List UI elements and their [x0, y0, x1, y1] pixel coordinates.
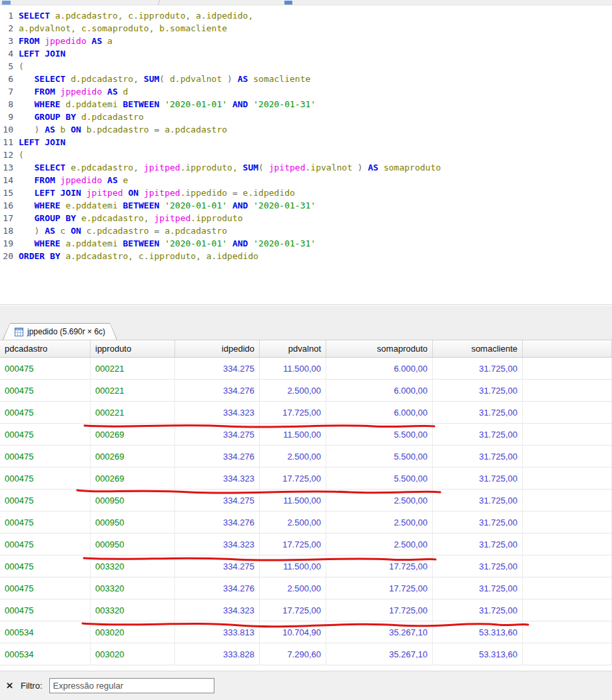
- code-line[interactable]: 3FROM jppedido AS a: [0, 35, 612, 47]
- table-cell[interactable]: 10.704,90: [260, 621, 326, 643]
- table-cell[interactable]: 2.500,00: [260, 446, 326, 467]
- table-row[interactable]: 000475003320334.32317.725,0017.725,0031.…: [0, 599, 612, 621]
- table-cell[interactable]: 17.725,00: [260, 402, 326, 423]
- table-cell[interactable]: 35.267,10: [326, 621, 433, 643]
- table-cell[interactable]: 334.276: [175, 512, 260, 533]
- table-cell[interactable]: 000950: [91, 490, 175, 511]
- table-cell[interactable]: 333.813: [175, 621, 260, 643]
- code-line[interactable]: 10 ) AS b ON b.pdcadastro = a.pdcadastro: [0, 123, 612, 136]
- table-row[interactable]: 000475000221334.2762.500,006.000,0031.72…: [0, 380, 612, 402]
- close-filter-icon[interactable]: ✕: [6, 681, 21, 691]
- table-row[interactable]: 000475000950334.27511.500,002.500,0031.7…: [0, 490, 612, 512]
- table-row[interactable]: 000475000269334.32317.725,005.500,0031.7…: [0, 468, 612, 490]
- table-cell[interactable]: 6.000,00: [326, 380, 433, 401]
- table-cell[interactable]: 31.725,00: [433, 468, 523, 489]
- column-header[interactable]: somaproduto: [326, 340, 433, 357]
- table-cell[interactable]: 000534: [0, 621, 91, 643]
- table-cell[interactable]: 000475: [0, 468, 91, 489]
- table-cell[interactable]: 11.500,00: [260, 358, 326, 379]
- table-cell[interactable]: 31.725,00: [433, 512, 523, 533]
- table-row[interactable]: 000475003320334.27511.500,0017.725,0031.…: [0, 555, 612, 577]
- table-cell[interactable]: 000269: [91, 424, 175, 445]
- column-header[interactable]: somacliente: [433, 340, 523, 357]
- code-line[interactable]: 19 WHERE a.pddatemi BETWEEN '2020-01-01'…: [0, 237, 612, 250]
- code-line[interactable]: 9 GROUP BY d.pdcadastro: [0, 111, 612, 123]
- table-cell[interactable]: 000269: [91, 446, 175, 467]
- table-row[interactable]: 000475000221334.32317.725,006.000,0031.7…: [0, 402, 612, 424]
- table-cell[interactable]: 000475: [0, 490, 91, 511]
- table-cell[interactable]: 000475: [0, 402, 91, 423]
- table-cell[interactable]: 6.000,00: [326, 358, 433, 379]
- code-line[interactable]: 8 WHERE d.pddatemi BETWEEN '2020-01-01' …: [0, 98, 612, 111]
- table-cell[interactable]: 17.725,00: [326, 599, 433, 621]
- table-cell[interactable]: 31.725,00: [433, 490, 523, 511]
- table-cell[interactable]: 000221: [91, 358, 175, 379]
- code-line[interactable]: 13 SELECT e.pdcadastro, jpitped.ipprodut…: [0, 161, 612, 174]
- table-row[interactable]: 000475000950334.32317.725,002.500,0031.7…: [0, 533, 612, 555]
- column-header[interactable]: ipproduto: [91, 340, 175, 357]
- table-row[interactable]: 000475000269334.27511.500,005.500,0031.7…: [0, 424, 612, 446]
- table-cell[interactable]: 31.725,00: [433, 358, 523, 379]
- sql-editor[interactable]: 1SELECT a.pdcadastro, c.ipproduto, a.idp…: [0, 5, 612, 305]
- table-cell[interactable]: 6.000,00: [326, 402, 433, 423]
- table-row[interactable]: 000475000221334.27511.500,006.000,0031.7…: [0, 358, 612, 380]
- table-cell[interactable]: 334.323: [175, 402, 260, 423]
- results-tab[interactable]: jppedido (5.690r × 6c): [3, 323, 117, 340]
- table-cell[interactable]: 000950: [91, 533, 175, 555]
- table-cell[interactable]: 31.725,00: [433, 599, 523, 621]
- table-cell[interactable]: 17.725,00: [260, 599, 326, 621]
- column-header[interactable]: idpedido: [175, 340, 260, 357]
- code-line[interactable]: 1SELECT a.pdcadastro, c.ipproduto, a.idp…: [0, 9, 612, 22]
- table-cell[interactable]: 2.500,00: [326, 512, 433, 533]
- table-cell[interactable]: 000475: [0, 555, 91, 577]
- code-line[interactable]: 18 ) AS c ON c.pdcadastro = a.pdcadastro: [0, 224, 612, 237]
- column-header[interactable]: pdcadastro: [0, 340, 91, 357]
- table-row[interactable]: 000534003020333.81310.704,9035.267,1053.…: [0, 621, 612, 643]
- table-cell[interactable]: 334.323: [175, 533, 260, 555]
- table-cell[interactable]: 000475: [0, 533, 91, 555]
- table-cell[interactable]: 5.500,00: [326, 468, 433, 489]
- table-cell[interactable]: 334.323: [175, 599, 260, 621]
- table-row[interactable]: 000475003320334.2762.500,0017.725,0031.7…: [0, 577, 612, 599]
- table-cell[interactable]: 2.500,00: [260, 577, 326, 599]
- table-cell[interactable]: 003020: [91, 621, 175, 643]
- code-line[interactable]: 5(: [0, 60, 612, 73]
- table-cell[interactable]: 003320: [91, 599, 175, 621]
- table-cell[interactable]: 31.725,00: [433, 424, 523, 445]
- table-cell[interactable]: 11.500,00: [260, 424, 326, 445]
- table-cell[interactable]: 2.500,00: [260, 380, 326, 401]
- table-cell[interactable]: 334.276: [175, 446, 260, 467]
- code-line[interactable]: 20ORDER BY a.pdcadastro, c.ipproduto, a.…: [0, 250, 612, 262]
- table-cell[interactable]: 334.275: [175, 490, 260, 511]
- table-cell[interactable]: 31.725,00: [433, 555, 523, 577]
- table-cell[interactable]: 31.725,00: [433, 577, 523, 599]
- table-cell[interactable]: 000221: [91, 402, 175, 423]
- table-cell[interactable]: 334.275: [175, 424, 260, 445]
- table-cell[interactable]: 31.725,00: [433, 402, 523, 423]
- table-cell[interactable]: 333.828: [175, 643, 260, 665]
- table-cell[interactable]: 000475: [0, 599, 91, 621]
- table-cell[interactable]: 53.313,60: [433, 643, 523, 665]
- table-cell[interactable]: 7.290,60: [260, 643, 326, 665]
- table-row[interactable]: 000475000269334.2762.500,005.500,0031.72…: [0, 446, 612, 468]
- table-cell[interactable]: 11.500,00: [260, 490, 326, 511]
- table-cell[interactable]: 000475: [0, 424, 91, 445]
- table-cell[interactable]: 31.725,00: [433, 446, 523, 467]
- table-cell[interactable]: 2.500,00: [326, 490, 433, 511]
- table-cell[interactable]: 003320: [91, 577, 175, 599]
- table-cell[interactable]: 334.323: [175, 468, 260, 489]
- code-line[interactable]: 15 LEFT JOIN jpitped ON jpitped.ippedido…: [0, 186, 612, 199]
- table-cell[interactable]: 2.500,00: [326, 533, 433, 555]
- table-cell[interactable]: 334.275: [175, 358, 260, 379]
- table-cell[interactable]: 31.725,00: [433, 533, 523, 555]
- table-cell[interactable]: 003320: [91, 555, 175, 577]
- table-row[interactable]: 000475000950334.2762.500,002.500,0031.72…: [0, 512, 612, 533]
- table-cell[interactable]: 000534: [0, 643, 91, 665]
- table-cell[interactable]: 53.313,60: [433, 621, 523, 643]
- code-line[interactable]: 16 WHERE e.pddatemi BETWEEN '2020-01-01'…: [0, 199, 612, 212]
- table-cell[interactable]: 000269: [91, 468, 175, 489]
- table-cell[interactable]: 17.725,00: [326, 555, 433, 577]
- filter-input[interactable]: [49, 678, 214, 693]
- code-line[interactable]: 14 FROM jppedido AS e: [0, 174, 612, 186]
- table-cell[interactable]: 35.267,10: [326, 643, 433, 665]
